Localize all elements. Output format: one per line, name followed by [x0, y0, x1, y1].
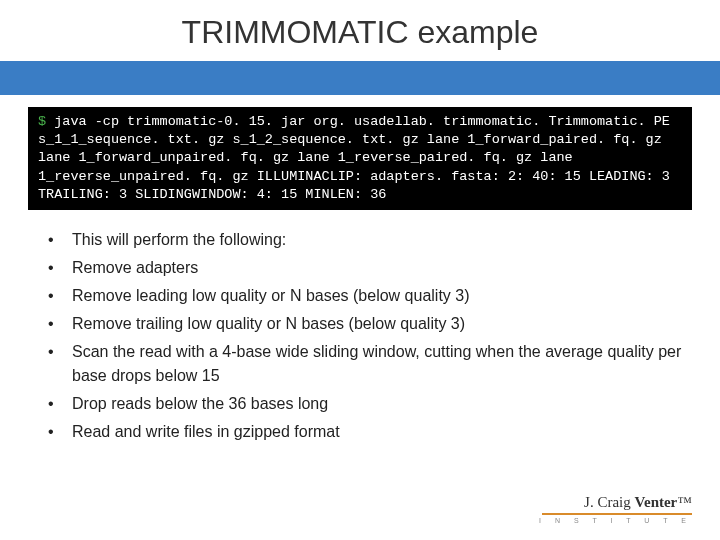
bullet-list: This will perform the following: Remove … [48, 228, 684, 444]
bullet-item: This will perform the following: [48, 228, 684, 252]
logo-subtitle: I N S T I T U T E [539, 517, 692, 524]
shell-prompt: $ [38, 114, 46, 129]
bullet-item: Read and write files in gzipped format [48, 420, 684, 444]
title-underline-bar [0, 61, 720, 95]
logo-divider [542, 513, 692, 515]
footer-logo: J. Craig Venter™ I N S T I T U T E [539, 494, 692, 524]
bullet-item: Remove leading low quality or N bases (b… [48, 284, 684, 308]
slide-title: TRIMMOMATIC example [0, 0, 720, 61]
shell-command: java -cp trimmomatic-0. 15. jar org. usa… [38, 114, 678, 202]
bullet-item: Drop reads below the 36 bases long [48, 392, 684, 416]
bullet-item: Remove adapters [48, 256, 684, 280]
bullet-item: Remove trailing low quality or N bases (… [48, 312, 684, 336]
logo-name: J. Craig Venter™ [539, 494, 692, 511]
bullet-item: Scan the read with a 4-base wide sliding… [48, 340, 684, 388]
code-block: $ java -cp trimmomatic-0. 15. jar org. u… [28, 107, 692, 210]
